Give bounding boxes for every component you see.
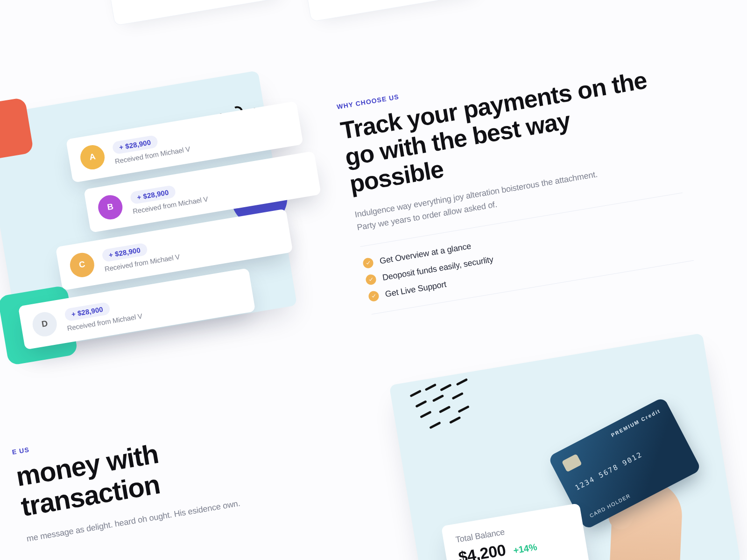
payment-card: D+ $28,900Received from Michael V	[18, 268, 256, 350]
card-chip-icon	[562, 454, 582, 472]
avatar: D	[31, 310, 59, 338]
card-number: 1234 5678 9012	[574, 450, 644, 492]
total-balance-card: Total Balance $4,200 +14% 10k	[441, 503, 595, 560]
section-eyebrow: WHY CHOOSE US	[336, 93, 400, 111]
avatar: C	[68, 251, 96, 279]
avatar: A	[78, 143, 106, 171]
balance-delta: +14%	[513, 542, 538, 556]
scribble-icon	[409, 373, 505, 443]
payments-visual: A+ $28,900Received from Michael VB+ $28,…	[0, 56, 352, 389]
card-brand: PREMIUM Credit	[610, 408, 662, 438]
check-icon	[362, 257, 374, 269]
section-headline: Track your payments on the go with the b…	[338, 63, 674, 198]
balance-visual: PREMIUM Credit 1234 5678 9012 CARD HOLDE…	[324, 321, 747, 560]
check-icon	[365, 274, 377, 286]
feature-card-track-spending: ous the attachment. Party we years to or…	[99, 0, 290, 26]
avatar: B	[96, 193, 124, 221]
check-icon	[368, 290, 380, 302]
feature-card-review-transactions: Review transactions Indulgence way every…	[293, 0, 486, 22]
balance-amount: $4,200	[457, 541, 507, 560]
benefit-text: Get Live Support	[384, 280, 447, 300]
